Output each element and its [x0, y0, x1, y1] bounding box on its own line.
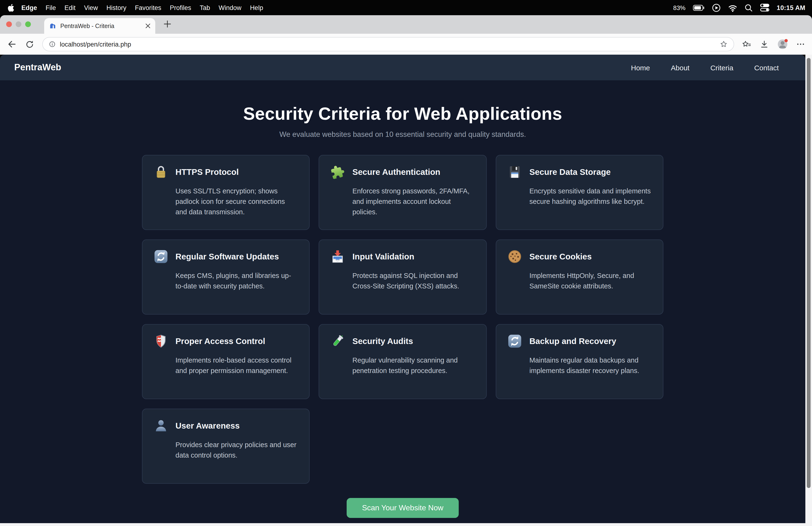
card-backup-and-recovery: Backup and Recovery Maintains regular da…	[496, 324, 664, 399]
card-title: Security Audits	[352, 336, 413, 346]
card-title: Secure Cookies	[530, 252, 592, 261]
inbox-tray-icon	[331, 250, 345, 264]
browser-menu-icon[interactable]	[796, 40, 806, 49]
url-text[interactable]: localhost/pen/criteria.php	[60, 41, 131, 48]
menu-tab[interactable]: Tab	[195, 4, 214, 11]
address-bar[interactable]: localhost/pen/criteria.php	[42, 37, 734, 51]
card-description: Protects against SQL injection and Cross…	[352, 271, 475, 292]
collections-icon[interactable]	[742, 39, 752, 49]
card-description: Regular vulnerability scanning and penet…	[352, 355, 475, 376]
nav-link-contact[interactable]: Contact	[754, 63, 779, 72]
card-regular-software-updates: Regular Software Updates Keeps CMS, plug…	[142, 240, 309, 315]
card-title: Backup and Recovery	[530, 336, 617, 346]
menu-profiles[interactable]: Profiles	[165, 4, 195, 11]
tab-strip: PentraWeb - Criteria	[0, 15, 812, 34]
refresh-icon[interactable]	[25, 39, 35, 49]
window-minimize-button[interactable]	[16, 22, 21, 27]
page-subtitle: We evaluate websites based on 10 essenti…	[0, 130, 806, 139]
card-proper-access-control: Proper Access Control Implements role-ba…	[142, 324, 309, 399]
scrollbar-thumb[interactable]	[807, 58, 811, 488]
favorite-star-icon[interactable]	[720, 40, 728, 48]
tab-title: PentraWeb - Criteria	[60, 23, 145, 29]
browser-tab[interactable]: PentraWeb - Criteria	[44, 18, 155, 34]
tab-close-icon[interactable]	[145, 23, 150, 29]
criteria-grid: HTTPS Protocol Uses SSL/TLS encryption; …	[142, 155, 664, 484]
card-description: Uses SSL/TLS encryption; shows padlock i…	[175, 186, 298, 217]
card-security-audits: Security Audits Regular vulnerability sc…	[319, 324, 487, 399]
menu-file[interactable]: File	[41, 4, 60, 11]
card-description: Enforces strong passwords, 2FA/MFA, and …	[352, 186, 475, 217]
site-info-icon[interactable]	[48, 40, 56, 48]
test-tube-icon	[331, 334, 345, 348]
menu-app-name[interactable]: Edge	[17, 4, 41, 11]
window-zoom-button[interactable]	[25, 22, 31, 27]
site-favicon	[49, 22, 57, 30]
menu-help[interactable]: Help	[246, 4, 267, 11]
card-user-awareness: User Awareness Provides clear privacy po…	[142, 409, 309, 484]
card-https-protocol: HTTPS Protocol Uses SSL/TLS encryption; …	[142, 155, 309, 230]
menu-view[interactable]: View	[80, 4, 102, 11]
new-tab-button[interactable]	[163, 20, 171, 28]
card-description: Provides clear privacy policies and user…	[175, 440, 298, 461]
profile-avatar[interactable]	[777, 39, 788, 50]
card-secure-data-storage: Secure Data Storage Encrypts sensitive d…	[496, 155, 664, 230]
site-navbar: PentraWeb Home About Criteria Contact	[0, 55, 806, 80]
card-title: Secure Data Storage	[530, 167, 611, 177]
menu-window[interactable]: Window	[214, 4, 246, 11]
site-brand[interactable]: PentraWeb	[14, 62, 61, 73]
card-title: Input Validation	[352, 252, 414, 261]
card-title: User Awareness	[175, 421, 240, 431]
browser-toolbar: localhost/pen/criteria.php	[0, 34, 812, 55]
person-silhouette-icon	[154, 418, 168, 433]
control-center-icon[interactable]	[759, 3, 769, 12]
wifi-icon[interactable]	[728, 3, 737, 12]
nav-link-home[interactable]: Home	[631, 63, 650, 72]
card-description: Maintains regular data backups and imple…	[530, 355, 652, 376]
shield-icon	[154, 334, 168, 348]
screen: Edge File Edit View History Favorites Pr…	[0, 0, 812, 526]
apple-menu-icon[interactable]	[8, 3, 14, 12]
card-description: Keeps CMS, plugins, and libraries up-to-…	[175, 271, 298, 292]
battery-icon[interactable]	[693, 3, 705, 12]
scan-website-button[interactable]: Scan Your Website Now	[347, 498, 459, 518]
nav-link-criteria[interactable]: Criteria	[710, 63, 734, 72]
card-secure-cookies: Secure Cookies Implements HttpOnly, Secu…	[496, 240, 664, 315]
card-input-validation: Input Validation Protects against SQL in…	[319, 240, 487, 315]
scrollbar-track[interactable]	[806, 55, 812, 523]
card-description: Encrypts sensitive data and implements s…	[530, 186, 652, 207]
battery-percent: 83%	[673, 4, 685, 11]
menu-favorites[interactable]: Favorites	[131, 4, 165, 11]
card-description: Implements HttpOnly, Secure, and SameSit…	[530, 271, 652, 292]
menu-clock[interactable]: 10:15 AM	[777, 4, 806, 11]
card-title: Regular Software Updates	[175, 252, 279, 261]
cookie-icon	[508, 250, 522, 264]
puzzle-icon	[331, 165, 345, 179]
card-title: Proper Access Control	[175, 336, 265, 346]
now-playing-icon[interactable]	[712, 3, 721, 12]
sync-arrows-icon	[154, 250, 168, 264]
card-title: Secure Authentication	[352, 167, 440, 177]
browser-window: PentraWeb - Criteria localhost/pen/	[0, 15, 812, 526]
card-description: Implements role-based access control and…	[175, 355, 298, 376]
menu-history[interactable]: History	[102, 4, 131, 11]
macos-menu-bar: Edge File Edit View History Favorites Pr…	[0, 0, 812, 15]
menu-edit[interactable]: Edit	[60, 4, 80, 11]
nav-link-about[interactable]: About	[671, 63, 690, 72]
floppy-disk-icon	[508, 165, 522, 179]
web-content: PentraWeb Home About Criteria Contact Se…	[0, 55, 806, 523]
window-close-button[interactable]	[6, 22, 12, 27]
card-title: HTTPS Protocol	[175, 167, 238, 177]
spotlight-search-icon[interactable]	[744, 3, 752, 12]
lock-icon	[154, 165, 168, 179]
sync-arrows-icon	[508, 334, 522, 348]
window-bottom-edge	[0, 523, 812, 526]
page-title: Security Criteria for Web Applications	[0, 104, 806, 124]
card-secure-authentication: Secure Authentication Enforces strong pa…	[319, 155, 487, 230]
back-icon[interactable]	[6, 39, 17, 49]
downloads-icon[interactable]	[759, 39, 769, 49]
